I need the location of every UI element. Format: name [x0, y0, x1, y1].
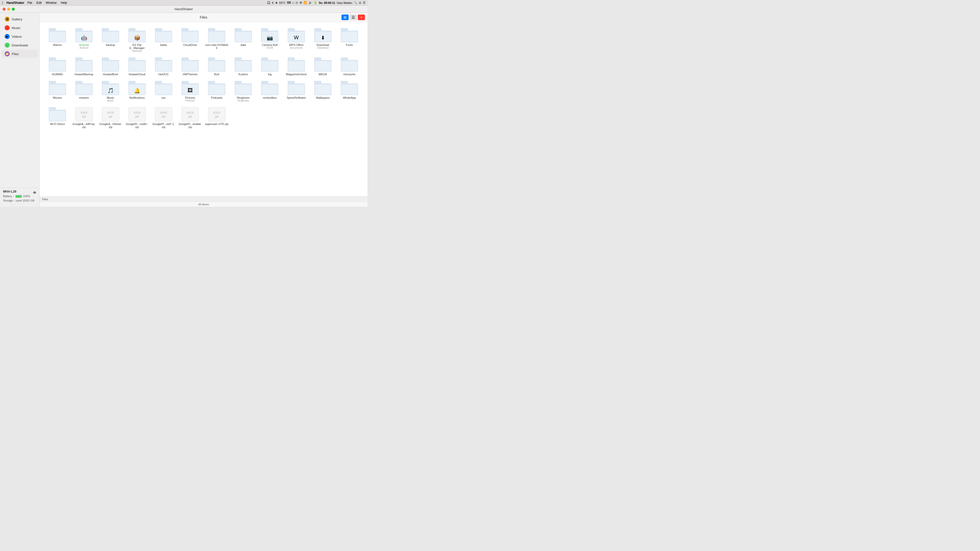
file-item-android[interactable]: 🤖 Android Android — [71, 26, 97, 54]
file-item-wallpapers[interactable]: Wallpapers — [310, 79, 336, 104]
zip-icon: ≡≡≡ ZIP — [128, 107, 146, 121]
storage-info: Storage：used 15/52 GB — [3, 199, 36, 203]
file-item-backup[interactable]: backup — [98, 26, 123, 54]
file-item-mega[interactable]: MEGA — [310, 56, 336, 78]
close-button[interactable] — [3, 8, 6, 11]
file-item-huaweibackup[interactable]: HuaweiBackup — [71, 56, 97, 78]
zip-icon: ≡≡≡ ZIP — [102, 107, 119, 121]
list-view-button[interactable]: ☰ — [350, 14, 357, 20]
file-name: HUAWEI — [52, 73, 63, 76]
zip-icon: ≡≡≡ ZIP — [208, 107, 225, 121]
file-item-google-shable[interactable]: ≡≡≡ ZIP GooglePi...shable.zip — [177, 105, 203, 130]
file-item-camera-roll[interactable]: 📷 Camera Roll DCIM — [257, 26, 283, 54]
files-icon: 📁 — [5, 51, 10, 56]
file-item-huaweicloud[interactable]: HuaweiCloud — [124, 56, 150, 78]
file-item-huaweiboot[interactable]: HuaweiBoot — [98, 56, 123, 78]
window-title: HandShaker — [175, 7, 193, 11]
file-item-huawei[interactable]: HUAWEI — [45, 56, 70, 78]
traffic-lights — [3, 8, 15, 11]
sidebar-item-files[interactable]: 📁 Files — [2, 50, 38, 58]
bartender-icon: ⊞ — [300, 1, 302, 4]
file-item-ringtones[interactable]: Ringtones Ringtones — [231, 79, 256, 104]
zip-lines: ≡≡≡ — [107, 110, 114, 115]
file-name: WhatsApp — [343, 96, 356, 99]
file-item-clouddrive[interactable]: CloudDrive — [177, 26, 203, 54]
file-name: HuaweiBoot — [103, 73, 118, 76]
file-subtitle: Download — [317, 46, 328, 49]
file-item-baidu[interactable]: baidu — [151, 26, 177, 54]
file-item-movies[interactable]: Movies — [45, 79, 70, 104]
file-item-ifont[interactable]: ifont — [204, 56, 229, 78]
file-name: Fonts — [346, 43, 353, 46]
file-item-download[interactable]: ⬇ Download Download — [310, 26, 336, 54]
file-subtitle: Pictures — [186, 99, 195, 102]
file-item-whatsapp[interactable]: WhatsApp — [337, 79, 362, 104]
file-name: romtoolbox — [263, 96, 277, 99]
file-item-romtoolbox[interactable]: romtoolbox — [257, 79, 283, 104]
file-item-music[interactable]: 🎵 Music Music — [98, 79, 123, 104]
file-item-wps-office[interactable]: W WPS Office documents — [283, 26, 309, 54]
file-name: Movies — [53, 96, 62, 99]
folder-icon — [49, 107, 66, 121]
fullscreen-button[interactable] — [12, 8, 15, 11]
menubar:  HandShaker File Edit Window Help 🎧 K ◈… — [0, 0, 368, 6]
file-item-google-oid71[interactable]: ≡≡≡ ZIP GooglePi...oid7.1.zip — [151, 105, 177, 130]
file-item-google-ildprop[interactable]: ≡≡≡ ZIP GoogleA...ildProp.zip — [71, 105, 97, 130]
file-item-podcasts[interactable]: Podcasts — [204, 79, 229, 104]
file-item-log[interactable]: log — [257, 56, 283, 78]
siri-icon[interactable]: ◎ — [359, 1, 361, 4]
gallery-icon: 🖼 — [5, 17, 10, 22]
file-item-com-mdv[interactable]: com.mdv.VVSMobil — [204, 26, 229, 54]
menu-help[interactable]: Help — [61, 1, 67, 5]
file-item-magazineunlock[interactable]: MagazineUnlock — [283, 56, 309, 78]
grid-view-button[interactable]: ⊞ — [342, 14, 348, 20]
zip-label: ZIP — [108, 116, 113, 118]
file-item-data[interactable]: data — [231, 26, 256, 54]
minimize-button[interactable] — [7, 8, 10, 11]
sidebar-item-videos[interactable]: ▶ Videos — [2, 32, 38, 41]
file-item-fonts[interactable]: Fonts — [337, 26, 362, 54]
sidebar-item-music[interactable]: ♪ Music — [2, 24, 38, 32]
file-item-hwouc[interactable]: HwOUC — [151, 56, 177, 78]
folder-icon: 🔔 — [128, 81, 146, 95]
videos-icon: ▶ — [5, 34, 10, 39]
file-item-superuser[interactable]: ≡≡≡ ZIP superuser-r275.zip — [204, 105, 229, 130]
file-name: mmcache — [343, 73, 355, 76]
folder-overlay: 🤖 — [81, 35, 87, 41]
menu-file[interactable]: File — [27, 1, 32, 5]
apple-menu[interactable]:  — [2, 1, 3, 5]
file-item-mmcache[interactable]: mmcache — [337, 56, 362, 78]
file-item-kustom[interactable]: Kustom — [231, 56, 256, 78]
sidebar: 🖼 Gallery ♪ Music ▶ Videos ↓ Downloads 📁… — [0, 13, 40, 206]
action-button[interactable]: + — [358, 14, 365, 20]
file-name: Wi-Fi Direct — [50, 122, 65, 125]
file-item-speedsoftware[interactable]: SpeedSoftware — [283, 79, 309, 104]
notification-center-icon[interactable]: ☰ — [363, 1, 366, 4]
file-item-alarms[interactable]: Alarms — [45, 26, 70, 54]
sidebar-label-videos: Videos — [12, 35, 22, 38]
keyboard-icon: ⌨ — [287, 1, 291, 4]
menu-edit[interactable]: Edit — [37, 1, 42, 5]
menu-window[interactable]: Window — [46, 1, 57, 5]
file-item-wifi-direct[interactable]: Wi-Fi Direct — [45, 105, 70, 130]
file-subtitle: Music — [107, 99, 114, 102]
gpu-icon: ◈ — [275, 1, 277, 4]
file-item-hwthemes[interactable]: HWThemes — [177, 56, 203, 78]
sidebar-item-downloads[interactable]: ↓ Downloads — [2, 41, 38, 49]
file-item-notifications[interactable]: 🔔 Notifications — [124, 79, 150, 104]
file-item-mowmo[interactable]: mowmo — [71, 79, 97, 104]
item-count: 43 items — [198, 203, 209, 206]
search-icon[interactable]: 🔍 — [354, 1, 357, 4]
file-name: data — [240, 43, 246, 46]
file-item-es-file-manager[interactable]: 📦 ES File E...Manager backups — [124, 26, 150, 54]
file-item-osc[interactable]: osc — [151, 79, 177, 104]
file-item-pictures[interactable]: 🖼 Pictures Pictures — [177, 79, 203, 104]
time-machine-icon: ◷ — [296, 1, 298, 4]
folder-icon — [341, 81, 358, 95]
folder-icon — [102, 28, 119, 42]
folder-overlay: W — [294, 35, 299, 41]
file-item-google-tvelvet[interactable]: ≡≡≡ ZIP GoogleA...tVelvet.zip — [98, 105, 123, 130]
sidebar-item-gallery[interactable]: 🖼 Gallery — [2, 15, 38, 23]
eject-button[interactable]: ⏏ — [33, 190, 36, 194]
file-item-google-roid6[interactable]: ≡≡≡ ZIP GooglePi...roid6+.zip — [124, 105, 150, 130]
